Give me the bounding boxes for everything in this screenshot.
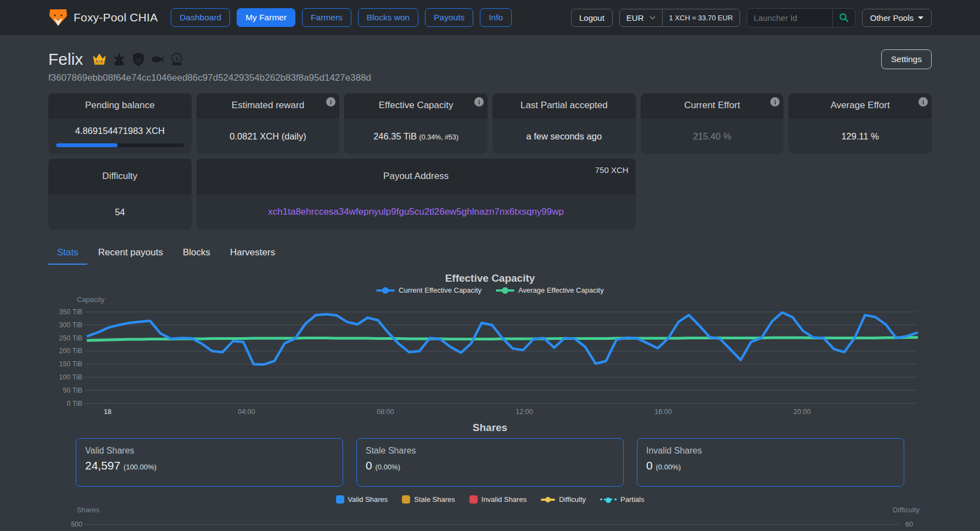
card-title: Difficulty	[48, 159, 192, 194]
difficulty-card: Difficulty 54	[48, 159, 192, 230]
shares-chart-legend: Valid Shares Stale Shares Invalid Shares…	[48, 495, 932, 504]
currency-select[interactable]: EUR	[620, 9, 662, 26]
nav-blocks-won-button[interactable]: Blocks won	[358, 8, 418, 27]
svg-text:Shares: Shares	[77, 506, 100, 514]
blue-line-marker	[376, 289, 395, 292]
nav-farmers-button[interactable]: Farmers	[302, 8, 351, 27]
logout-button[interactable]: Logout	[571, 9, 613, 27]
card-title: Invalid Shares	[646, 446, 895, 456]
svg-text:08:00: 08:00	[377, 408, 394, 416]
card-title: Average Effort	[831, 100, 890, 110]
svg-text:Difficulty: Difficulty	[893, 506, 920, 514]
orange-box-marker	[402, 495, 410, 504]
valid-shares-card: Valid Shares 24,597 (100.00%)	[76, 438, 343, 487]
legend-stale-shares[interactable]: Stale Shares	[402, 495, 455, 504]
farmer-badges: 1	[92, 52, 184, 66]
settings-button[interactable]: Settings	[881, 49, 932, 69]
stats-row-1: Pending balance 4.869154471983 XCH Estim…	[48, 93, 932, 154]
effective-capacity-card: Effective Capacity i 246.35 TiB (0.34%, …	[344, 93, 488, 154]
shares-section-title: Shares	[48, 422, 932, 434]
shares-chart: 50040030060504030SharesDifficulty	[48, 505, 932, 531]
legend-partials[interactable]: Partials	[600, 495, 644, 504]
fox-logo-icon	[48, 8, 68, 27]
farmer-name: Felix	[48, 50, 83, 69]
nav-payouts-button[interactable]: Payouts	[425, 8, 473, 27]
info-icon[interactable]: i	[770, 97, 780, 107]
payout-address-link[interactable]: xch1ta8ehrccesa34wfepnyulp9fgu5cu2tl26ew…	[204, 206, 628, 217]
legend-valid-shares[interactable]: Valid Shares	[336, 495, 388, 504]
svg-text:350 TiB: 350 TiB	[59, 308, 82, 316]
svg-text:50 TiB: 50 TiB	[63, 387, 82, 394]
svg-text:150 TiB: 150 TiB	[59, 360, 82, 368]
nav-info-button[interactable]: Info	[480, 8, 512, 27]
average-effort-value: 129.11 %	[788, 118, 932, 154]
svg-text:0 TiB: 0 TiB	[67, 400, 83, 407]
brand[interactable]: Foxy-Pool CHIA	[48, 8, 158, 27]
search-button[interactable]	[832, 9, 855, 27]
navbar-right-group: Logout EUR 1 XCH ≈ 33.70 EUR Other Pools	[571, 8, 932, 27]
currency-group: EUR 1 XCH ≈ 33.70 EUR	[619, 9, 740, 27]
search-icon	[839, 13, 849, 23]
payout-amount: 750 XCH	[595, 165, 629, 175]
svg-text:Capacity: Capacity	[77, 295, 105, 304]
card-title: Effective Capacity	[379, 100, 453, 110]
nav-my-farmer-button[interactable]: My Farmer	[237, 8, 295, 27]
other-pools-label: Other Pools	[870, 13, 914, 23]
rank-badge-icon	[131, 52, 145, 66]
launcher-search-group	[747, 8, 855, 27]
svg-text:200 TiB: 200 TiB	[59, 347, 82, 355]
legend-invalid-shares[interactable]: Invalid Shares	[469, 495, 527, 504]
blue-box-marker	[336, 495, 344, 504]
card-title: Last Partial accepted	[492, 93, 636, 118]
svg-text:60: 60	[905, 521, 913, 528]
card-title: Pending balance	[48, 93, 192, 118]
exchange-rate-text: 1 XCH ≈ 33.70 EUR	[662, 9, 740, 26]
tab-blocks[interactable]: Blocks	[174, 242, 219, 265]
current-effort-card: Current Effort i 215.40 %	[641, 93, 784, 154]
capacity-chart-legend: Current Effective Capacity Average Effec…	[48, 286, 932, 294]
info-icon[interactable]: i	[474, 97, 484, 107]
tab-harvesters[interactable]: Harvesters	[221, 242, 284, 265]
info-icon[interactable]: i	[326, 97, 335, 107]
legend-difficulty[interactable]: Difficulty	[541, 495, 586, 504]
average-effort-card: Average Effort i 129.11 %	[788, 93, 932, 154]
launcher-id-input[interactable]	[747, 9, 832, 27]
red-box-marker	[469, 495, 478, 504]
card-title: Estimated reward	[232, 100, 304, 110]
effective-capacity-value: 246.35 TiB (0.34%, #53)	[352, 131, 480, 142]
capacity-chart: 350 TiB300 TiB250 TiB200 TiB150 TiB100 T…	[48, 294, 932, 420]
tab-recent-payouts[interactable]: Recent payouts	[89, 242, 172, 265]
shares-cards: Valid Shares 24,597 (100.00%) Stale Shar…	[48, 438, 932, 487]
tab-stats[interactable]: Stats	[48, 242, 87, 265]
yellow-line-marker	[541, 499, 555, 501]
chevron-down-icon	[649, 16, 656, 20]
info-icon[interactable]: i	[919, 97, 928, 107]
pending-balance-card: Pending balance 4.869154471983 XCH	[48, 93, 192, 154]
svg-text:04:00: 04:00	[238, 408, 255, 416]
difficulty-value: 54	[48, 194, 192, 230]
first-year-badge-icon: 1	[170, 52, 184, 66]
stats-row-2: Difficulty 54 Payout Address 750 XCH xch…	[48, 159, 932, 230]
estimated-reward-value: 0.0821 XCH (daily)	[197, 118, 340, 154]
legend-current-effective-capacity[interactable]: Current Effective Capacity	[376, 286, 481, 294]
navbar: Foxy-Pool CHIA Dashboard My Farmer Farme…	[0, 0, 980, 35]
other-pools-dropdown[interactable]: Other Pools	[862, 9, 932, 27]
stale-shares-card: Stale Shares 0 (0.00%)	[356, 438, 624, 487]
stale-shares-value: 0 (0.00%)	[366, 459, 614, 472]
launcher-id-hash: f3607869ebb08f64e74cc1046eed86c97d524293…	[48, 72, 932, 83]
legend-average-effective-capacity[interactable]: Average Effective Capacity	[496, 286, 604, 294]
current-effort-value: 215.40 %	[641, 118, 784, 154]
estimated-reward-card: Estimated reward i 0.0821 XCH (daily)	[197, 93, 340, 154]
nav-dashboard-button[interactable]: Dashboard	[171, 8, 230, 27]
tab-bar: Stats Recent payouts Blocks Harvesters	[48, 242, 932, 265]
pending-balance-value: 4.869154471983 XCH	[56, 126, 184, 136]
fish-badge-icon	[150, 52, 165, 66]
cyan-dotted-marker	[600, 499, 617, 500]
svg-text:500: 500	[71, 521, 82, 528]
card-title: Valid Shares	[85, 446, 334, 456]
svg-text:250 TiB: 250 TiB	[59, 334, 82, 342]
svg-text:16:00: 16:00	[654, 408, 671, 416]
valid-shares-value: 24,597 (100.00%)	[85, 459, 334, 472]
last-partial-value: a few seconds ago	[492, 118, 636, 154]
svg-text:20:00: 20:00	[793, 408, 810, 416]
